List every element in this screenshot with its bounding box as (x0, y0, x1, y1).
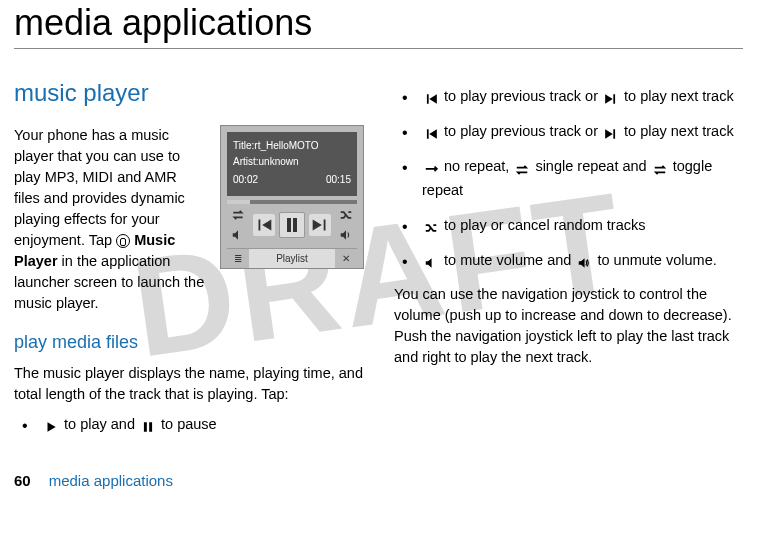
play-icon (42, 418, 60, 432)
unmute-icon (575, 254, 593, 268)
pause-icon (139, 418, 157, 432)
bullet-prevnext-2a: to play previous track or (444, 123, 602, 139)
bullet-prev-next-1: to play previous track or to play next t… (394, 85, 743, 108)
prev-track-icon (422, 125, 440, 139)
no-repeat-icon (422, 161, 440, 175)
speaker-mute-icon[interactable] (231, 228, 245, 242)
bullet-mute: to mute volume and to unmute volume. (394, 249, 743, 272)
phone-time-elapsed: 00:02 (233, 172, 258, 188)
bullet-repeat-a: no repeat, (444, 158, 513, 174)
bullet-play-pause: to play and to pause (14, 413, 364, 436)
repeat-icon[interactable] (231, 208, 245, 222)
phone-bottombar: ≣ Playlist ✕ (227, 248, 357, 268)
pause-icon[interactable] (279, 212, 305, 238)
next-track-icon (602, 90, 620, 104)
menu-icon[interactable]: ≣ (227, 249, 249, 268)
bullet-prevnext-2b: to play next track (624, 123, 734, 139)
page-title: media applications (14, 2, 743, 44)
two-column-layout: music player Your phone has a music play… (14, 79, 743, 448)
phone-artist-line: Artist:unknown (233, 154, 351, 170)
next-track-icon[interactable] (309, 214, 331, 236)
bullet-playpause-b: to pause (161, 416, 217, 432)
mute-icon (422, 254, 440, 268)
bullet-prevnext-1b: to play next track (624, 88, 734, 104)
bullet-repeat: no repeat, single repeat and toggle repe… (394, 155, 743, 201)
shuffle-icon (422, 219, 440, 233)
toggle-repeat-icon (651, 161, 669, 175)
music-player-heading: music player (14, 79, 364, 107)
left-controls-list: to play and to pause (14, 413, 364, 436)
phone-time-total: 00:15 (326, 172, 351, 188)
phone-nowplaying-info: Title:rt_HelloMOTO Artist:unknown 00:02 … (227, 132, 357, 196)
phone-progress-bar[interactable] (227, 200, 357, 204)
music-player-app-icon (116, 234, 130, 248)
bullet-prev-next-2: to play previous track or to play next t… (394, 120, 743, 143)
closing-paragraph: You can use the navigation joystick to c… (394, 284, 743, 368)
prev-track-icon (422, 90, 440, 104)
shuffle-icon[interactable] (339, 208, 353, 222)
bullet-mute-b: to unmute volume. (597, 252, 716, 268)
prev-track-icon[interactable] (253, 214, 275, 236)
single-repeat-icon (513, 161, 531, 175)
bullet-repeat-b: single repeat and (535, 158, 650, 174)
footer-label: media applications (49, 472, 173, 489)
speaker-on-icon[interactable] (339, 228, 353, 242)
phone-player-mock: Title:rt_HelloMOTO Artist:unknown 00:02 … (220, 125, 364, 269)
page-footer: 60 media applications (14, 472, 743, 489)
page-number: 60 (14, 472, 31, 489)
left-column: music player Your phone has a music play… (14, 79, 364, 448)
bullet-prevnext-1a: to play previous track or (444, 88, 602, 104)
phone-controls (227, 204, 357, 246)
close-icon[interactable]: ✕ (335, 249, 357, 268)
bullet-playpause-a: to play and (64, 416, 139, 432)
title-rule (14, 48, 743, 49)
next-track-icon (602, 125, 620, 139)
play-desc: The music player displays the name, play… (14, 363, 364, 405)
right-controls-list: to play previous track or to play next t… (394, 85, 743, 272)
playlist-button[interactable]: Playlist (249, 249, 335, 268)
phone-title-line: Title:rt_HelloMOTO (233, 138, 351, 154)
intro-part1: Your phone has a music player that you c… (14, 127, 185, 248)
right-column: to play previous track or to play next t… (394, 79, 743, 448)
play-media-files-heading: play media files (14, 332, 364, 353)
intro-paragraph: Your phone has a music player that you c… (14, 125, 206, 314)
bullet-shuffle: to play or cancel random tracks (394, 214, 743, 237)
bullet-shuffle-text: to play or cancel random tracks (444, 217, 645, 233)
bullet-mute-a: to mute volume and (444, 252, 575, 268)
